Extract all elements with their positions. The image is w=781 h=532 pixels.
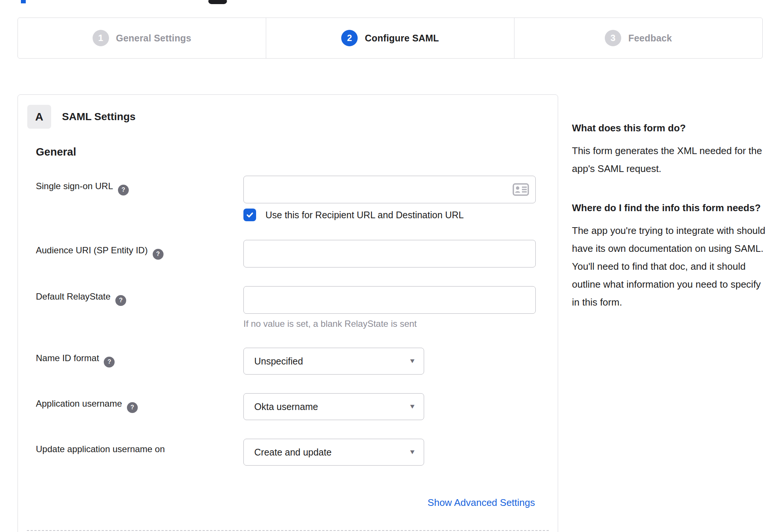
step-number-badge: 1	[93, 30, 109, 46]
application-username-label: Application username?	[36, 393, 243, 420]
advanced-settings-row: Show Advanced Settings	[36, 497, 558, 508]
select-value: Create and update	[254, 447, 332, 458]
wizard-stepper: 1 General Settings 2 Configure SAML 3 Fe…	[18, 18, 763, 59]
field-label-text: Audience URI (SP Entity ID)	[36, 245, 148, 255]
field-row-default-relaystate: Default RelayState? If no value is set, …	[36, 286, 558, 329]
select-value: Unspecified	[254, 356, 303, 367]
field-row-application-username: Application username? Okta username ▼	[36, 393, 558, 420]
section-header: A SAML Settings	[18, 105, 558, 129]
step-label: Feedback	[628, 33, 672, 44]
help-icon[interactable]: ?	[115, 295, 126, 306]
help-sidebar: What does this form do? This form genera…	[572, 119, 766, 333]
field-label-text: Name ID format	[36, 353, 99, 363]
field-row-audience-uri: Audience URI (SP Entity ID)?	[36, 240, 558, 267]
field-label-text: Update application username on	[36, 444, 165, 454]
saml-settings-panel: A SAML Settings General Single sign-on U…	[18, 94, 558, 532]
section-title: SAML Settings	[62, 111, 136, 123]
help-question-1: What does this form do?	[572, 119, 766, 137]
step-feedback[interactable]: 3 Feedback	[514, 18, 762, 58]
chevron-down-icon: ▼	[409, 357, 416, 365]
chevron-down-icon: ▼	[409, 448, 416, 456]
update-app-username-select[interactable]: Create and update ▼	[243, 439, 424, 466]
default-relaystate-input[interactable]	[243, 286, 536, 314]
sso-url-label: Single sign-on URL?	[36, 176, 243, 221]
recipient-url-checkbox[interactable]	[243, 209, 256, 221]
help-icon[interactable]: ?	[104, 357, 115, 367]
default-relaystate-label: Default RelayState?	[36, 286, 243, 329]
clipped-blue-fragment	[21, 0, 26, 3]
contact-card-icon[interactable]	[513, 183, 529, 196]
name-id-format-select[interactable]: Unspecified ▼	[243, 348, 424, 375]
general-group-title: General	[36, 146, 558, 158]
relaystate-helper-text: If no value is set, a blank RelayState i…	[243, 319, 558, 329]
audience-uri-label: Audience URI (SP Entity ID)?	[36, 240, 243, 267]
step-configure-saml[interactable]: 2 Configure SAML	[266, 18, 514, 58]
step-number-badge: 2	[341, 30, 358, 46]
recipient-url-checkbox-label[interactable]: Use this for Recipient URL and Destinati…	[265, 210, 464, 220]
section-a-badge: A	[27, 105, 51, 129]
step-label: Configure SAML	[365, 33, 439, 44]
update-app-username-label: Update application username on	[36, 439, 243, 466]
help-icon[interactable]: ?	[118, 185, 129, 195]
step-general-settings[interactable]: 1 General Settings	[18, 18, 266, 58]
step-number-badge: 3	[605, 30, 621, 46]
field-label-text: Default RelayState	[36, 291, 111, 301]
name-id-format-label: Name ID format?	[36, 348, 243, 375]
help-answer-2: The app you're trying to integrate with …	[572, 222, 766, 311]
help-question-2: Where do I find the info this form needs…	[572, 199, 766, 216]
help-icon[interactable]: ?	[153, 249, 164, 260]
section-dashed-divider	[27, 530, 549, 531]
field-row-update-app-username: Update application username on Create an…	[36, 439, 558, 466]
select-value: Okta username	[254, 401, 318, 412]
field-row-name-id-format: Name ID format? Unspecified ▼	[36, 348, 558, 375]
chevron-down-icon: ▼	[409, 403, 416, 410]
recipient-url-checkbox-row: Use this for Recipient URL and Destinati…	[243, 209, 558, 221]
checkmark-icon	[246, 211, 254, 219]
clipped-toolbar-fragment	[208, 0, 227, 4]
field-label-text: Single sign-on URL	[36, 181, 113, 191]
help-answer-1: This form generates the XML needed for t…	[572, 142, 766, 178]
application-username-select[interactable]: Okta username ▼	[243, 393, 424, 420]
show-advanced-settings-link[interactable]: Show Advanced Settings	[427, 497, 535, 508]
help-icon[interactable]: ?	[127, 402, 138, 413]
sso-url-input[interactable]	[243, 176, 536, 203]
step-label: General Settings	[116, 33, 192, 44]
saml-form: Single sign-on URL?	[18, 176, 558, 508]
audience-uri-input[interactable]	[243, 240, 536, 267]
field-row-sso-url: Single sign-on URL?	[36, 176, 558, 221]
field-label-text: Application username	[36, 398, 122, 409]
